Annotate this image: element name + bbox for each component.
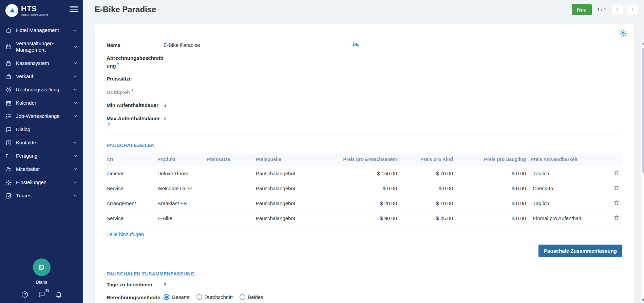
cell-preissaetze (207, 166, 256, 181)
language-tab-de[interactable]: DE (353, 42, 359, 47)
field-label: Tage zu berechnen (107, 281, 164, 288)
radio-durchschnitt[interactable]: Durchschnitt (196, 294, 233, 300)
app-name: HTS (21, 5, 48, 13)
cell-produkt: Deluxe Room (157, 166, 207, 181)
cell-preis-erwachsenem: $ 150.00 (322, 166, 402, 181)
cell-preisquelle: Pauschalangebot (256, 196, 322, 211)
delete-row-icon[interactable] (613, 170, 620, 176)
sidebar-item-label: Hotel Management (16, 27, 69, 34)
add-row-link[interactable]: Zeile hinzufügen (107, 226, 144, 239)
sidebar-nav: Hotel Management Veranstaltungen-Managem… (0, 24, 83, 202)
table-header-row: Art Produkt Preissätze Preisquelle Preis… (107, 153, 622, 166)
field-gueltigkeit: Gültigkeit? (107, 88, 622, 96)
cell-art: Arrangement (107, 196, 157, 211)
pagination-label: 1 / 1 (597, 7, 606, 12)
scroll-down-arrow[interactable] (641, 298, 644, 303)
sidebar-item-dialog[interactable]: Dialog (0, 123, 83, 136)
menu-toggle-icon[interactable] (70, 5, 78, 13)
cell-preis-saeugling: $ 0.00 (458, 181, 531, 196)
cell-preis-erwachsenem: $ 0.00 (322, 181, 402, 196)
radio-beides[interactable]: Beides (240, 294, 263, 300)
days-value: 3 (164, 281, 166, 288)
cell-anwendbarkeit: Check-In (531, 181, 607, 196)
sidebar-item-einstellungen[interactable]: Einstellungen (0, 176, 83, 189)
radio-button-icon[interactable] (164, 294, 169, 300)
table-row: Service E-Bike Pauschalangebot $ 90.00 $… (107, 211, 622, 226)
gear-icon[interactable] (620, 30, 627, 37)
chevron-down-icon (73, 101, 78, 105)
package-summary-button[interactable]: Pauschale Zusammenfassung (538, 245, 622, 257)
cell-produkt: E-Bike (157, 211, 207, 226)
cell-art: Service (107, 181, 157, 196)
col-art: Art (107, 153, 157, 166)
sidebar-item-veranstaltungen-management[interactable]: Veranstaltungen-Management (0, 37, 83, 57)
field-berechnungsmethode: Berechnungsmethode Gesamt Durchschnitt (107, 294, 622, 301)
sidebar-item-rechnungsstellung[interactable]: Rechnungsstellung (0, 83, 83, 96)
sidebar-item-label: Kassensystem (16, 60, 69, 67)
radio-button-icon[interactable] (240, 294, 245, 300)
col-preissaetze: Preissätze (207, 153, 256, 166)
sidebar-item-kalender[interactable]: Kalender (0, 96, 83, 110)
field-preissaetze: Preissätze (107, 75, 622, 82)
delete-row-icon[interactable] (613, 215, 620, 221)
sidebar-item-label: Kontakte (16, 140, 69, 146)
job-queue-icon (5, 113, 12, 120)
sidebar-item-job-warteschlange[interactable]: Job-Warteschlange (0, 110, 83, 123)
vertical-scrollbar[interactable] (641, 41, 644, 303)
field-label: Min Aufenthaltsdauer (107, 102, 164, 109)
sidebar-item-label: Kalender (16, 100, 69, 106)
sidebar-item-traces[interactable]: Traces (0, 189, 83, 202)
invoice-icon (5, 87, 12, 93)
bell-icon[interactable] (55, 291, 62, 298)
help-marker[interactable]: ? (131, 89, 133, 93)
scrollbar-thumb[interactable] (642, 48, 644, 173)
cell-preis-saeugling: $ 0.00 (458, 166, 531, 181)
cell-preis-erwachsenem: $ 20.00 (322, 196, 402, 211)
sidebar: HTS Hotel & Tourism Solutions Hotel Mana… (0, 0, 83, 303)
sidebar-item-hotel-management[interactable]: Hotel Management (0, 24, 83, 37)
chat-badge: 49 (45, 288, 49, 292)
sidebar-item-label: Veranstaltungen-Management (16, 40, 69, 53)
col-preis-kind: Preis pro Kind (402, 153, 458, 166)
help-marker[interactable]: ? (117, 62, 119, 66)
user-avatar[interactable]: D (33, 259, 51, 276)
field-tage-zu-berechnen: Tage zu berechnen 3 (107, 281, 622, 288)
cell-anwendbarkeit: Täglich (531, 196, 607, 211)
col-produkt: Produkt (157, 153, 207, 166)
field-name: Name E-Bike Paradise DE (107, 42, 622, 49)
chevron-down-icon (73, 140, 78, 145)
scroll-up-arrow[interactable] (641, 41, 644, 46)
delete-row-icon[interactable] (613, 185, 620, 191)
page-title: E-Bike Paradise (95, 5, 156, 14)
chevron-down-icon (73, 28, 78, 33)
help-icon[interactable] (21, 291, 29, 298)
cell-anwendbarkeit: Täglich (531, 166, 607, 181)
prev-page-button[interactable] (612, 4, 623, 15)
sidebar-item-kassensystem[interactable]: Kassensystem (0, 57, 83, 70)
min-stay-value: 3 (164, 102, 166, 109)
chevron-right-icon (630, 7, 635, 12)
radio-label: Beides (248, 294, 263, 300)
help-marker[interactable]: ? (108, 122, 110, 126)
field-label: Berechnungsmethode (107, 294, 164, 301)
sidebar-item-verkauf[interactable]: Verkauf (0, 70, 83, 83)
chevron-down-icon (73, 114, 78, 119)
chat-icon[interactable]: 49 (38, 291, 45, 298)
sidebar-item-mitarbeiter[interactable]: Mitarbeiter (0, 163, 83, 176)
radio-button-icon[interactable] (196, 294, 202, 300)
field-label: Abrechnungsbeschreibung? (107, 55, 164, 69)
contacts-icon (5, 140, 12, 146)
chevron-down-icon (73, 167, 78, 172)
field-label: Gültigkeit? (107, 88, 164, 96)
delete-row-icon[interactable] (613, 200, 620, 206)
radio-gesamt[interactable]: Gesamt (164, 294, 190, 300)
col-preis-anwendbarkeit: Preis Anwendbarkeit (531, 153, 607, 166)
cell-art: Service (107, 211, 157, 226)
chevron-down-icon (73, 193, 78, 198)
new-button[interactable]: Neu (572, 4, 591, 15)
next-page-button[interactable] (627, 4, 638, 15)
sidebar-item-fertigung[interactable]: Fertigung (0, 149, 83, 163)
chevron-down-icon (73, 180, 78, 185)
col-preis-erwachsenem: Preis pro Erwachsenem (322, 153, 402, 166)
sidebar-item-kontakte[interactable]: Kontakte (0, 136, 83, 149)
